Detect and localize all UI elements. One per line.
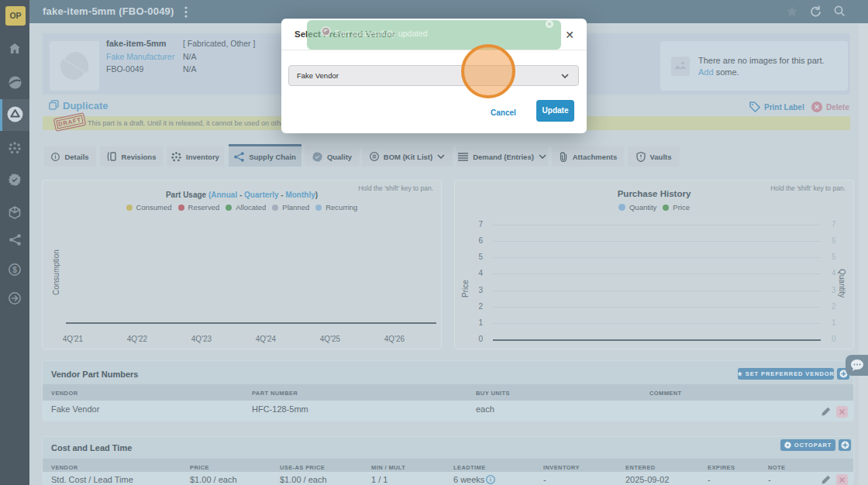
svg-text:$: $ bbox=[12, 266, 17, 274]
